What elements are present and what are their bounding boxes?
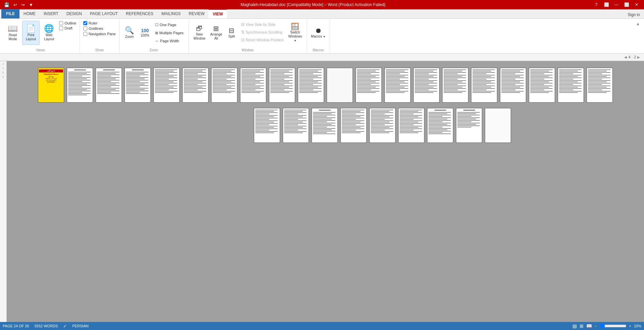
close-button[interactable]: ✕ — [632, 1, 641, 8]
proof-icon[interactable]: ✓ — [63, 324, 67, 329]
layout-web-icon[interactable]: ⊞ — [580, 323, 584, 329]
page-thumb-2[interactable] — [67, 68, 93, 103]
vertical-ruler: 2 4 6 8 — [0, 61, 7, 322]
zoom-100-button[interactable]: 100 100% — [138, 21, 152, 45]
read-mode-button[interactable]: 📖 ReadMode — [4, 21, 21, 45]
gridlines-checkbox[interactable]: Gridlines — [83, 26, 117, 31]
zoom-group-content: 🔍 Zoom 100 100% ☐ One Page ⊞ Multiple Pa… — [122, 21, 186, 48]
layout-read-icon[interactable]: 📖 — [586, 323, 592, 329]
prev-page-icon[interactable]: ◀ — [624, 55, 627, 59]
new-window-icon: 🗗 — [196, 25, 203, 32]
nav-pane-check[interactable] — [83, 32, 87, 36]
page-thumb-5[interactable] — [153, 68, 180, 103]
tab-insert[interactable]: INSERT — [40, 9, 62, 18]
page-thumb-23[interactable] — [312, 108, 338, 143]
view-side-by-side-button[interactable]: ⊟ View Side by Side — [239, 21, 286, 28]
customize-icon[interactable]: ▼ — [28, 2, 35, 8]
web-layout-button[interactable]: 🌐 WebLayout — [40, 21, 58, 45]
one-page-icon: ☐ — [155, 23, 158, 27]
window-controls[interactable]: ? ⬜ — ⬜ ✕ — [592, 1, 641, 8]
macros-button[interactable]: ⏺ Macros ▼ — [310, 21, 327, 45]
synchronous-scrolling-button[interactable]: ⇅ Synchronous Scrolling — [239, 29, 286, 36]
arrange-all-button[interactable]: ⊞ ArrangeAll — [208, 21, 224, 45]
draft-check[interactable] — [59, 26, 63, 30]
page-thumb-9[interactable] — [269, 68, 295, 103]
document-canvas[interactable]: تحقیق آنلاین Tahghighaonline.ir مرجع دان… — [7, 61, 644, 322]
page-thumb-1[interactable]: تحقیق آنلاین Tahghighaonline.ir مرجع دان… — [38, 68, 64, 103]
gridlines-check[interactable] — [83, 26, 87, 31]
page-thumb-22[interactable] — [283, 108, 309, 143]
quick-access[interactable]: 💾 ↩ ↪ ▼ — [3, 2, 35, 8]
page-thumb-27[interactable] — [427, 108, 453, 143]
page-thumb-25[interactable] — [369, 108, 396, 143]
page-thumb-14[interactable] — [413, 68, 440, 103]
window-group-content: 🗗 NewWindow ⊞ ArrangeAll ⊟ Split ⊟ View … — [191, 21, 304, 48]
page-thumb-11[interactable] — [327, 68, 353, 103]
redo-icon[interactable]: ↪ — [20, 2, 26, 8]
switch-windows-icon: 🪟 — [291, 23, 299, 30]
zoom-slider[interactable] — [600, 323, 627, 329]
tab-mailings[interactable]: MAILINGS — [157, 9, 185, 18]
page-thumb-6[interactable] — [182, 68, 209, 103]
page-thumb-3[interactable] — [96, 68, 122, 103]
nav-pane-checkbox[interactable]: Navigation Pane — [83, 32, 117, 36]
tab-review[interactable]: REVIEW — [185, 9, 209, 18]
page-thumb-21[interactable] — [254, 108, 280, 143]
page-thumb-12[interactable] — [356, 68, 382, 103]
multiple-pages-button[interactable]: ⊞ Multiple Pages — [153, 29, 186, 37]
page-thumb-20[interactable] — [587, 68, 613, 103]
page-thumb-17[interactable] — [500, 68, 526, 103]
maximize-button[interactable]: ⬜ — [622, 1, 631, 8]
title-bar: 💾 ↩ ↪ ▼ Maghaleh-Hesabdari.doc [Compatib… — [0, 0, 644, 9]
page-width-button[interactable]: ↔ Page Width — [153, 37, 186, 45]
sync-scroll-icon: ⇅ — [241, 30, 244, 35]
zoom-in-icon[interactable]: + — [629, 324, 631, 328]
split-button[interactable]: ⊟ Split — [225, 21, 238, 45]
page-thumb-24[interactable] — [340, 108, 367, 143]
switch-windows-button[interactable]: 🪟 SwitchWindows ▼ — [286, 21, 304, 45]
new-window-button[interactable]: 🗗 NewWindow — [191, 21, 208, 45]
minimize-button[interactable]: — — [612, 1, 621, 8]
tab-references[interactable]: REFERENCES — [122, 9, 157, 18]
page-thumb-28[interactable] — [456, 108, 482, 143]
ruler-check[interactable] — [83, 21, 87, 25]
help-button[interactable]: ? — [592, 1, 601, 8]
page-thumb-19[interactable] — [558, 68, 584, 103]
page-thumb-10[interactable] — [298, 68, 324, 103]
window-group: 🗗 NewWindow ⊞ ArrangeAll ⊟ Split ⊟ View … — [189, 20, 307, 53]
ruler-checkbox[interactable]: Ruler — [83, 21, 117, 25]
tab-page-layout[interactable]: PAGE LAYOUT — [86, 9, 122, 18]
word-count: 5552 WORDS — [35, 324, 58, 328]
zoom-button[interactable]: 🔍 Zoom — [122, 21, 137, 45]
page-thumb-8[interactable] — [240, 68, 266, 103]
reset-window-position-button[interactable]: ⊡ Reset Window Position — [239, 36, 286, 44]
signin-link[interactable]: Sign in — [624, 11, 644, 18]
page-thumb-29[interactable] — [485, 108, 511, 143]
page-thumb-4[interactable] — [125, 68, 151, 103]
restore-button[interactable]: ⬜ — [602, 1, 611, 8]
zoom-group-label: Zoom — [122, 48, 186, 53]
main-area: 2 4 6 8 تحقیق آنلاین Tahghighaonline.ir … — [0, 61, 644, 322]
one-page-button[interactable]: ☐ One Page — [153, 21, 186, 29]
page-thumb-26[interactable] — [398, 108, 424, 143]
layout-print-icon[interactable]: ▤ — [572, 323, 577, 329]
tab-view[interactable]: VIEW — [209, 9, 227, 18]
zoom-out-icon[interactable]: − — [595, 324, 597, 328]
outline-checkbox[interactable]: Outline — [58, 21, 77, 25]
page-thumb-15[interactable] — [442, 68, 468, 103]
tab-design[interactable]: DESIGN — [62, 9, 86, 18]
page-thumb-13[interactable] — [384, 68, 411, 103]
undo-icon[interactable]: ↩ — [12, 2, 18, 8]
page-thumb-7[interactable] — [211, 68, 237, 103]
page-thumb-16[interactable] — [471, 68, 497, 103]
print-layout-button[interactable]: 📄 PrintLayout — [22, 21, 40, 45]
page-width-icon: ↔ — [155, 39, 159, 43]
next-page-icon[interactable]: ▶ — [637, 55, 640, 59]
save-icon[interactable]: 💾 — [3, 2, 11, 8]
page-thumb-18[interactable] — [529, 68, 555, 103]
outline-check[interactable] — [59, 21, 63, 25]
ribbon-expand-button[interactable]: ▲ — [633, 20, 643, 28]
tab-home[interactable]: HOME — [19, 9, 40, 18]
tab-file[interactable]: FILE — [1, 9, 19, 18]
draft-checkbox[interactable]: Draft — [58, 26, 77, 31]
